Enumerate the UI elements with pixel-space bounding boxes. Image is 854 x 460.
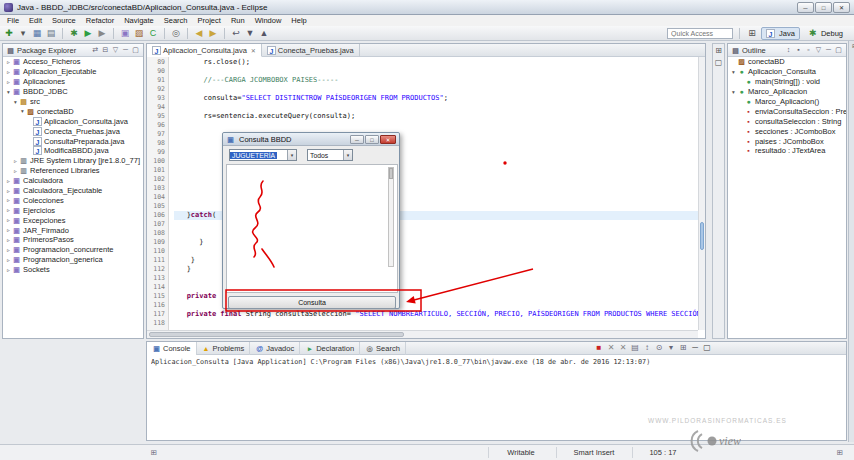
open-console-icon[interactable]: ⊞ — [678, 343, 688, 353]
new-dropdown-icon[interactable]: ▾ — [17, 27, 29, 39]
tree-item-aplicacion-ejecutable[interactable]: ▹▣Aplicacion_Ejecutable — [3, 67, 143, 77]
expand-arrow-icon[interactable]: ▹ — [5, 79, 12, 85]
remove-all-launches-icon[interactable]: ✕ — [618, 343, 628, 353]
collapse-arrow-icon[interactable]: ▾ — [730, 89, 737, 95]
expand-arrow-icon[interactable]: ▹ — [5, 227, 12, 233]
expand-arrow-icon[interactable]: ▹ — [5, 178, 12, 184]
window-maximize-button[interactable]: □ — [815, 2, 832, 13]
menu-search[interactable]: Search — [159, 16, 193, 25]
run-icon[interactable]: ▶ — [82, 27, 94, 39]
editor-tab-aplicacion-consulta-java[interactable]: JAplicacion_Consulta.java✕ — [147, 44, 262, 57]
tree-item-main-string-void[interactable]: ●main(String[]) : void — [728, 77, 846, 87]
print-icon[interactable]: ▤ — [45, 27, 57, 39]
remove-launch-icon[interactable]: ✕ — [606, 343, 616, 353]
tree-item-resultado-jtextarea[interactable]: ▪resultado : JTextArea — [728, 146, 846, 156]
quick-access-input[interactable] — [667, 28, 733, 39]
tree-item-calculadora-ejecutable[interactable]: ▹▣Calculadora_Ejecutable — [3, 186, 143, 196]
clear-console-icon[interactable]: ▤ — [630, 343, 640, 353]
code-line-95[interactable]: rs=sentencia.executeQuery(consulta); — [174, 112, 698, 121]
code-line-91[interactable]: //---CARGA JCOMBOBOX PAISES----- — [174, 76, 698, 85]
minimize-view-icon[interactable]: ─ — [824, 45, 833, 55]
dialog-results-area[interactable] — [226, 164, 398, 293]
hide-fields-icon[interactable]: ▪ — [794, 45, 803, 55]
editor-tab-conecta-pruebas-java[interactable]: JConecta_Pruebas.java — [262, 44, 360, 57]
view-menu-icon[interactable]: ▽ — [814, 45, 823, 55]
tree-item-calculadora[interactable]: ▹▣Calculadora — [3, 176, 143, 186]
back-icon[interactable]: ◀ — [193, 27, 205, 39]
new-class-icon[interactable]: C — [147, 27, 159, 39]
editor-horizontal-scrollbar[interactable] — [147, 330, 698, 338]
collapse-arrow-icon[interactable]: ▾ — [5, 89, 12, 95]
tree-item-modificabbdd-java[interactable]: JModificaBBDD.java — [3, 146, 143, 156]
last-edit-location-icon[interactable]: ↩ — [230, 27, 242, 39]
maximize-view-icon[interactable]: ▢ — [834, 45, 843, 55]
tree-item-programacion-generica[interactable]: ▹▣Programacion_generica — [3, 255, 143, 265]
menu-run[interactable]: Run — [226, 16, 250, 25]
code-line-89[interactable]: rs.close(); — [174, 58, 698, 67]
tree-item-jar-firmado[interactable]: ▹▣JAR_Firmado — [3, 225, 143, 235]
code-line-96[interactable] — [174, 121, 698, 130]
tree-item-conectabd[interactable]: ▾▨conectaBD — [3, 106, 143, 116]
tree-item-paises-jcombobox[interactable]: ▪paises : JComboBox — [728, 136, 846, 146]
statusbar-right-trim-icon[interactable]: ⊞ — [834, 448, 846, 457]
menu-source[interactable]: Source — [47, 16, 81, 25]
debug-perspective-button[interactable]: ✱ Debug — [803, 26, 847, 40]
console-tab-declaration[interactable]: ▸Declaration — [300, 342, 360, 355]
menu-refactor[interactable]: Refactor — [81, 16, 119, 25]
tree-item-referenced-libraries[interactable]: ▹▥Referenced Libraries — [3, 166, 143, 176]
tree-item-aplicacion-consulta[interactable]: ▾●Aplicacion_Consulta — [728, 67, 846, 77]
restore-view-icon[interactable]: ▢ — [714, 58, 724, 68]
new-package-icon[interactable]: ▨ — [133, 27, 145, 39]
tree-item-enviaconsultaseccion-prepare[interactable]: ▪enviaConsultaSeccion : Prepare... — [728, 106, 846, 116]
console-tab-console[interactable]: ▣Console — [147, 342, 197, 355]
expand-arrow-icon[interactable]: ▹ — [5, 257, 12, 263]
menu-window[interactable]: Window — [250, 16, 287, 25]
window-close-button[interactable]: ✕ — [833, 2, 850, 13]
scroll-lock-icon[interactable]: ↕ — [642, 343, 652, 353]
debug-icon[interactable]: ✱ — [68, 27, 80, 39]
consulta-bbdd-dialog[interactable]: ▣ Consulta BBDD ─ □ ✕ JUGUETERÍA ▾ Todos… — [222, 132, 400, 309]
view-menu-icon[interactable]: ▽ — [111, 45, 120, 55]
collapse-arrow-icon[interactable]: ▾ — [19, 108, 26, 114]
expand-arrow-icon[interactable]: ▹ — [5, 207, 12, 213]
tree-item-secciones-jcombobox[interactable]: ▪secciones : JComboBox — [728, 126, 846, 136]
maximize-view-icon[interactable]: ▢ — [131, 45, 140, 55]
window-minimize-button[interactable]: ─ — [797, 2, 814, 13]
tree-item-ejercicios[interactable]: ▹▣Ejercicios — [3, 205, 143, 215]
collapse-arrow-icon[interactable]: ▾ — [12, 99, 19, 105]
pin-console-icon[interactable]: ⊙ — [654, 343, 664, 353]
tree-item-consultapreparada-java[interactable]: JConsultaPreparada.java — [3, 136, 143, 146]
consulta-button[interactable]: Consulta — [228, 296, 396, 309]
save-icon[interactable]: ▦ — [31, 27, 43, 39]
tree-item-aplicaciones[interactable]: ▹▣Aplicaciones — [3, 77, 143, 87]
combo-arrow-icon[interactable]: ▾ — [343, 150, 352, 160]
console-output[interactable]: Aplicacion_Consulta [Java Application] C… — [151, 358, 842, 366]
search-icon[interactable]: ◎ — [170, 27, 182, 39]
display-console-icon[interactable]: ▾ — [666, 343, 676, 353]
expand-arrow-icon[interactable]: ▹ — [5, 69, 12, 75]
collapse-all-icon[interactable]: ⊟ — [101, 45, 110, 55]
dialog-minimize-button[interactable]: ─ — [350, 135, 364, 144]
tree-item-sockets[interactable]: ▹▣Sockets — [3, 265, 143, 275]
expand-arrow-icon[interactable]: ▹ — [5, 247, 12, 253]
editor-vertical-scrollbar[interactable] — [698, 57, 705, 330]
hide-static-members-icon[interactable]: ▫ — [804, 45, 813, 55]
tree-item-marco-aplicacion[interactable]: ▾●Marco_Aplicacion — [728, 87, 846, 97]
fast-view-icon[interactable]: ⊞ — [849, 41, 854, 51]
code-line-117[interactable]: private final String consultaSeleccion= … — [174, 310, 698, 319]
maximize-view-icon[interactable]: ▢ — [702, 343, 712, 353]
minimize-view-icon[interactable]: ─ — [121, 45, 130, 55]
console-tab-problems[interactable]: ▲Problems — [197, 342, 251, 355]
tree-item-primerospasos[interactable]: ▹▣PrimerosPasos — [3, 235, 143, 245]
expand-arrow-icon[interactable]: ▹ — [5, 197, 12, 203]
tree-item-colecciones[interactable]: ▹▣Colecciones — [3, 195, 143, 205]
code-line-92[interactable] — [174, 85, 698, 94]
tree-item-aplicacion-consulta-java[interactable]: JAplicacion_Consulta.java — [3, 116, 143, 126]
tree-item-excepciones[interactable]: ▹▣Excepciones — [3, 215, 143, 225]
dialog-titlebar[interactable]: ▣ Consulta BBDD ─ □ ✕ — [223, 133, 399, 146]
tree-item-acceso-ficheros[interactable]: ▹▣Acceso_Ficheros — [3, 57, 143, 67]
new-java-project-icon[interactable]: ▣ — [119, 27, 131, 39]
tree-item-programacion-concurrente[interactable]: ▹▣Programacion_concurrente — [3, 245, 143, 255]
code-line-118[interactable] — [174, 319, 698, 328]
combo-arrow-icon[interactable]: ▾ — [287, 150, 296, 160]
